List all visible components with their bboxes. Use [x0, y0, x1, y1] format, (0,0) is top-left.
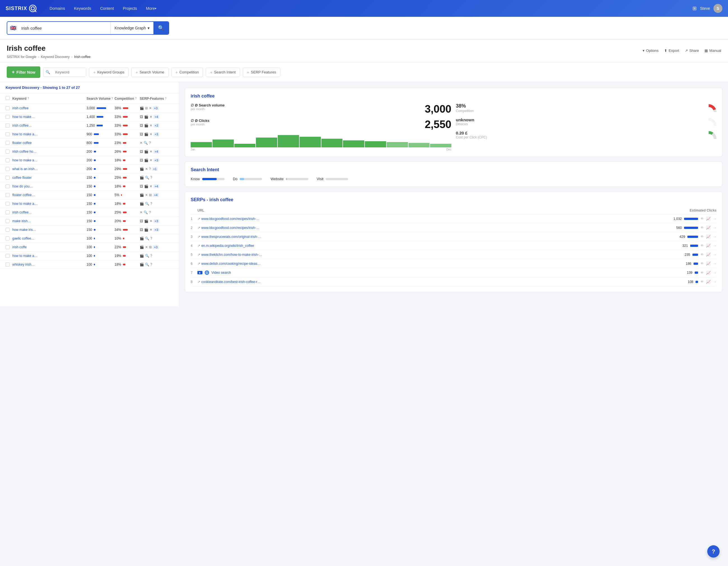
arrow-icon[interactable]: → — [713, 243, 717, 248]
row-checkbox[interactable] — [6, 158, 12, 162]
row-keyword[interactable]: gaelic coffee… — [12, 236, 87, 240]
breadcrumb-home[interactable]: SISTRIX for Google — [7, 55, 36, 59]
row-checkbox[interactable] — [6, 132, 12, 136]
chart-icon[interactable]: 📈 — [706, 216, 711, 221]
search-volume-filter[interactable]: + Search Volume — [131, 67, 168, 77]
row-checkbox[interactable] — [6, 167, 12, 171]
eye-icon[interactable]: 👁 — [700, 279, 704, 284]
row-keyword[interactable]: irish coffee… — [12, 210, 87, 214]
serp-url-text[interactable]: www.thespruceeats.com/original-irish-… — [201, 235, 261, 239]
serp-icon-3: ? — [150, 236, 152, 240]
row-keyword[interactable]: irish coffe — [12, 245, 87, 249]
nav-domains[interactable]: Domains — [45, 0, 69, 17]
row-checkbox[interactable] — [6, 184, 12, 188]
row-keyword[interactable]: floater coffee… — [12, 193, 87, 197]
eye-icon[interactable]: 👁 — [700, 225, 704, 230]
row-checkbox[interactable] — [6, 254, 12, 258]
row-checkbox[interactable] — [6, 106, 12, 110]
row-checkbox[interactable] — [6, 193, 12, 197]
row-keyword[interactable]: floater coffee — [12, 141, 87, 145]
breadcrumb-keyword-discovery[interactable]: Keyword Discovery — [41, 55, 70, 59]
row-checkbox[interactable] — [6, 228, 12, 232]
row-checkbox[interactable] — [6, 210, 12, 214]
competition-help[interactable]: ? — [135, 97, 137, 100]
arrow-icon[interactable]: → — [713, 261, 717, 265]
arrow-icon[interactable]: → — [713, 216, 717, 221]
row-keyword[interactable]: irish coffee… — [12, 123, 87, 127]
options-button[interactable]: ▾ Options — [643, 48, 659, 53]
serp-url-text[interactable]: www.bbcgoodfood.com/recipes/irish-… — [201, 217, 259, 221]
row-keyword[interactable]: how to make a… — [12, 202, 87, 206]
grid-icon[interactable]: ⊞ — [692, 5, 697, 11]
serp-url-text[interactable]: www.bbcgoodfood.com/recipes/irish-… — [201, 226, 259, 230]
chart-icon[interactable]: 📈 — [706, 279, 711, 284]
chart-icon[interactable]: 📈 — [706, 261, 711, 265]
row-checkbox[interactable] — [6, 176, 12, 180]
row-keyword[interactable]: whiskey irish… — [12, 262, 87, 266]
serp-url-text[interactable]: cookieandkate.com/best-irish-coffee-r… — [201, 280, 261, 284]
search-intent-filter[interactable]: + Search Intent — [206, 67, 240, 77]
row-keyword[interactable]: irish coffee — [12, 106, 87, 110]
row-keyword[interactable]: what is an irish… — [12, 167, 87, 171]
chart-icon[interactable]: 📈 — [706, 243, 711, 248]
row-checkbox[interactable] — [6, 141, 12, 145]
search-input[interactable] — [19, 23, 110, 33]
serp-url-text[interactable]: www.thekitchn.com/how-to-make-irish-… — [201, 253, 262, 257]
eye-icon[interactable]: 👁 — [700, 243, 704, 248]
row-checkbox[interactable] — [6, 202, 12, 206]
keyword-help[interactable]: ? — [27, 97, 29, 100]
arrow-icon[interactable]: → — [713, 225, 717, 230]
chart-icon[interactable]: 📈 — [706, 225, 711, 230]
nav-projects[interactable]: Projects — [118, 0, 142, 17]
row-keyword[interactable]: coffee floater — [12, 176, 87, 180]
search-mode-dropdown[interactable]: Knowledge Graph ▾ — [110, 22, 153, 34]
manual-button[interactable]: ▦ Manual — [704, 48, 721, 53]
arrow-icon[interactable]: → — [713, 271, 717, 275]
row-keyword[interactable]: how to make… — [12, 115, 87, 119]
chart-icon[interactable]: 📈 — [706, 271, 711, 275]
row-checkbox[interactable] — [6, 123, 12, 127]
chart-icon[interactable]: 📈 — [706, 234, 711, 239]
row-checkbox[interactable] — [6, 245, 12, 249]
filter-now-button[interactable]: Filter Now — [7, 66, 40, 78]
keyword-groups-filter[interactable]: + Keyword Groups — [89, 67, 129, 77]
export-button[interactable]: ⬆ Export — [664, 48, 679, 53]
row-checkbox[interactable] — [6, 150, 12, 153]
nav-more[interactable]: More — [141, 0, 161, 17]
competition-filter[interactable]: + Competition — [171, 67, 203, 77]
row-keyword[interactable]: make irish… — [12, 219, 87, 223]
search-button[interactable]: 🔍 — [153, 22, 169, 34]
arrow-icon[interactable]: → — [713, 279, 717, 284]
eye-icon[interactable]: 👁 — [700, 216, 704, 221]
eye-icon[interactable]: 👁 — [700, 234, 704, 239]
serp-help[interactable]: ? — [165, 97, 167, 100]
eye-icon[interactable]: 👁 — [700, 271, 704, 275]
row-keyword[interactable]: how to make a… — [12, 132, 87, 136]
volume-help[interactable]: ? — [111, 97, 113, 100]
row-keyword[interactable]: how do you… — [12, 184, 87, 188]
nav-content[interactable]: Content — [96, 0, 118, 17]
eye-icon[interactable]: 👁 — [700, 261, 704, 265]
row-keyword[interactable]: how to make a… — [12, 158, 87, 162]
serp-features-filter[interactable]: + SERP Features — [243, 67, 280, 77]
keyword-filter[interactable]: 🔍 — [43, 67, 86, 77]
row-checkbox[interactable] — [6, 262, 12, 266]
row-checkbox[interactable] — [6, 236, 12, 240]
serp-url-text[interactable]: www.delish.com/cooking/recipe-ideas… — [201, 262, 260, 265]
keyword-filter-input[interactable] — [52, 68, 86, 76]
row-keyword[interactable]: how make iris… — [12, 228, 87, 232]
user-avatar[interactable]: S — [713, 4, 722, 13]
serp-url-text[interactable]: en.m.wikipedia.org/wiki/Irish_coffee — [201, 244, 254, 248]
chart-icon[interactable]: 📈 — [706, 252, 711, 257]
eye-icon[interactable]: 👁 — [700, 252, 704, 257]
arrow-icon[interactable]: → — [713, 252, 717, 257]
row-keyword[interactable]: irish coffee ho… — [12, 150, 87, 153]
select-all-checkbox[interactable] — [6, 96, 12, 101]
row-keyword[interactable]: how to make a… — [12, 254, 87, 258]
row-checkbox[interactable] — [6, 115, 12, 119]
nav-keywords[interactable]: Keywords — [69, 0, 95, 17]
arrow-icon[interactable]: → — [713, 234, 717, 239]
share-button[interactable]: ↗ Share — [685, 48, 699, 53]
country-flag[interactable]: 🇬🇧 — [7, 25, 19, 31]
row-checkbox[interactable] — [6, 219, 12, 223]
